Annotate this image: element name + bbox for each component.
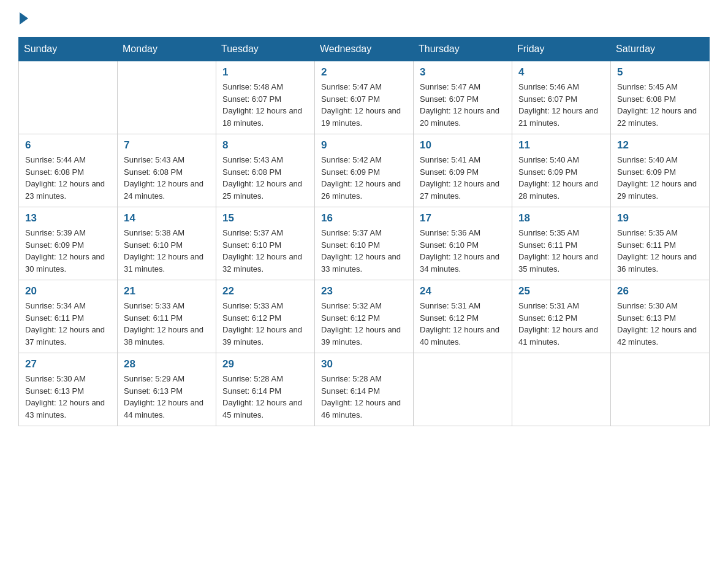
calendar-cell: 2Sunrise: 5:47 AMSunset: 6:07 PMDaylight… [315, 61, 414, 134]
day-info: Sunrise: 5:28 AMSunset: 6:14 PMDaylight:… [321, 373, 407, 421]
calendar-cell: 28Sunrise: 5:29 AMSunset: 6:13 PMDayligh… [118, 353, 216, 426]
weekday-header-tuesday: Tuesday [216, 37, 315, 61]
calendar-week-row: 13Sunrise: 5:39 AMSunset: 6:09 PMDayligh… [19, 207, 710, 280]
calendar-cell: 12Sunrise: 5:40 AMSunset: 6:09 PMDayligh… [611, 134, 710, 207]
calendar-cell: 20Sunrise: 5:34 AMSunset: 6:11 PMDayligh… [19, 280, 118, 353]
calendar-cell: 3Sunrise: 5:47 AMSunset: 6:07 PMDaylight… [414, 61, 512, 134]
logo [18, 12, 28, 25]
day-number: 24 [420, 285, 506, 297]
day-info: Sunrise: 5:44 AMSunset: 6:08 PMDaylight:… [25, 154, 111, 202]
day-info: Sunrise: 5:41 AMSunset: 6:09 PMDaylight:… [420, 154, 506, 202]
day-info: Sunrise: 5:36 AMSunset: 6:10 PMDaylight:… [420, 227, 506, 275]
day-number: 29 [222, 358, 308, 370]
day-number: 2 [321, 66, 407, 79]
day-info: Sunrise: 5:28 AMSunset: 6:14 PMDaylight:… [222, 373, 308, 421]
calendar-cell: 14Sunrise: 5:38 AMSunset: 6:10 PMDayligh… [118, 207, 216, 280]
calendar-week-row: 6Sunrise: 5:44 AMSunset: 6:08 PMDaylight… [19, 134, 710, 207]
day-number: 1 [222, 66, 308, 79]
calendar-cell: 1Sunrise: 5:48 AMSunset: 6:07 PMDaylight… [216, 61, 315, 134]
day-number: 19 [617, 212, 703, 224]
calendar-cell: 23Sunrise: 5:32 AMSunset: 6:12 PMDayligh… [315, 280, 414, 353]
day-number: 14 [124, 212, 210, 224]
day-number: 5 [617, 66, 703, 79]
day-info: Sunrise: 5:38 AMSunset: 6:10 PMDaylight:… [124, 227, 210, 275]
calendar-cell: 16Sunrise: 5:37 AMSunset: 6:10 PMDayligh… [315, 207, 414, 280]
day-info: Sunrise: 5:32 AMSunset: 6:12 PMDaylight:… [321, 300, 407, 348]
day-number: 3 [420, 66, 506, 79]
day-number: 28 [124, 358, 210, 370]
calendar-cell: 4Sunrise: 5:46 AMSunset: 6:07 PMDaylight… [512, 61, 611, 134]
calendar-cell [512, 353, 611, 426]
day-info: Sunrise: 5:34 AMSunset: 6:11 PMDaylight:… [25, 300, 111, 348]
calendar-cell: 17Sunrise: 5:36 AMSunset: 6:10 PMDayligh… [414, 207, 512, 280]
day-number: 23 [321, 285, 407, 297]
day-number: 20 [25, 285, 111, 297]
calendar-cell: 18Sunrise: 5:35 AMSunset: 6:11 PMDayligh… [512, 207, 611, 280]
weekday-header-thursday: Thursday [414, 37, 512, 61]
day-number: 26 [617, 285, 703, 297]
calendar-cell [414, 353, 512, 426]
calendar-cell: 15Sunrise: 5:37 AMSunset: 6:10 PMDayligh… [216, 207, 315, 280]
calendar-cell: 8Sunrise: 5:43 AMSunset: 6:08 PMDaylight… [216, 134, 315, 207]
day-info: Sunrise: 5:45 AMSunset: 6:08 PMDaylight:… [617, 81, 703, 129]
calendar-cell: 9Sunrise: 5:42 AMSunset: 6:09 PMDaylight… [315, 134, 414, 207]
calendar-cell: 24Sunrise: 5:31 AMSunset: 6:12 PMDayligh… [414, 280, 512, 353]
calendar-cell: 29Sunrise: 5:28 AMSunset: 6:14 PMDayligh… [216, 353, 315, 426]
day-number: 21 [124, 285, 210, 297]
day-info: Sunrise: 5:37 AMSunset: 6:10 PMDaylight:… [222, 227, 308, 275]
day-info: Sunrise: 5:39 AMSunset: 6:09 PMDaylight:… [25, 227, 111, 275]
day-info: Sunrise: 5:43 AMSunset: 6:08 PMDaylight:… [124, 154, 210, 202]
day-number: 16 [321, 212, 407, 224]
day-info: Sunrise: 5:33 AMSunset: 6:11 PMDaylight:… [124, 300, 210, 348]
weekday-header-wednesday: Wednesday [315, 37, 414, 61]
day-info: Sunrise: 5:31 AMSunset: 6:12 PMDaylight:… [518, 300, 604, 348]
day-number: 7 [124, 139, 210, 151]
calendar-cell: 26Sunrise: 5:30 AMSunset: 6:13 PMDayligh… [611, 280, 710, 353]
calendar-week-row: 1Sunrise: 5:48 AMSunset: 6:07 PMDaylight… [19, 61, 710, 134]
weekday-header-row: SundayMondayTuesdayWednesdayThursdayFrid… [19, 37, 710, 61]
day-info: Sunrise: 5:40 AMSunset: 6:09 PMDaylight:… [617, 154, 703, 202]
day-number: 22 [222, 285, 308, 297]
day-info: Sunrise: 5:48 AMSunset: 6:07 PMDaylight:… [222, 81, 308, 129]
day-info: Sunrise: 5:37 AMSunset: 6:10 PMDaylight:… [321, 227, 407, 275]
calendar-cell: 10Sunrise: 5:41 AMSunset: 6:09 PMDayligh… [414, 134, 512, 207]
calendar-cell: 11Sunrise: 5:40 AMSunset: 6:09 PMDayligh… [512, 134, 611, 207]
day-info: Sunrise: 5:47 AMSunset: 6:07 PMDaylight:… [321, 81, 407, 129]
calendar-cell: 6Sunrise: 5:44 AMSunset: 6:08 PMDaylight… [19, 134, 118, 207]
weekday-header-saturday: Saturday [611, 37, 710, 61]
weekday-header-monday: Monday [118, 37, 216, 61]
day-info: Sunrise: 5:30 AMSunset: 6:13 PMDaylight:… [617, 300, 703, 348]
calendar-cell [118, 61, 216, 134]
calendar-cell [19, 61, 118, 134]
day-info: Sunrise: 5:46 AMSunset: 6:07 PMDaylight:… [518, 81, 604, 129]
day-info: Sunrise: 5:43 AMSunset: 6:08 PMDaylight:… [222, 154, 308, 202]
day-info: Sunrise: 5:33 AMSunset: 6:12 PMDaylight:… [222, 300, 308, 348]
day-number: 10 [420, 139, 506, 151]
calendar-cell: 25Sunrise: 5:31 AMSunset: 6:12 PMDayligh… [512, 280, 611, 353]
day-info: Sunrise: 5:35 AMSunset: 6:11 PMDaylight:… [617, 227, 703, 275]
calendar-cell: 21Sunrise: 5:33 AMSunset: 6:11 PMDayligh… [118, 280, 216, 353]
day-number: 8 [222, 139, 308, 151]
day-number: 15 [222, 212, 308, 224]
day-info: Sunrise: 5:29 AMSunset: 6:13 PMDaylight:… [124, 373, 210, 421]
day-number: 4 [518, 66, 604, 79]
day-number: 6 [25, 139, 111, 151]
calendar-cell: 7Sunrise: 5:43 AMSunset: 6:08 PMDaylight… [118, 134, 216, 207]
calendar-table: SundayMondayTuesdayWednesdayThursdayFrid… [18, 37, 710, 426]
day-info: Sunrise: 5:40 AMSunset: 6:09 PMDaylight:… [518, 154, 604, 202]
calendar-cell: 19Sunrise: 5:35 AMSunset: 6:11 PMDayligh… [611, 207, 710, 280]
day-number: 9 [321, 139, 407, 151]
calendar-cell: 13Sunrise: 5:39 AMSunset: 6:09 PMDayligh… [19, 207, 118, 280]
day-number: 17 [420, 212, 506, 224]
calendar-cell: 30Sunrise: 5:28 AMSunset: 6:14 PMDayligh… [315, 353, 414, 426]
weekday-header-sunday: Sunday [19, 37, 118, 61]
weekday-header-friday: Friday [512, 37, 611, 61]
day-info: Sunrise: 5:47 AMSunset: 6:07 PMDaylight:… [420, 81, 506, 129]
day-number: 13 [25, 212, 111, 224]
calendar-cell: 5Sunrise: 5:45 AMSunset: 6:08 PMDaylight… [611, 61, 710, 134]
day-info: Sunrise: 5:31 AMSunset: 6:12 PMDaylight:… [420, 300, 506, 348]
day-number: 18 [518, 212, 604, 224]
day-info: Sunrise: 5:42 AMSunset: 6:09 PMDaylight:… [321, 154, 407, 202]
calendar-cell: 22Sunrise: 5:33 AMSunset: 6:12 PMDayligh… [216, 280, 315, 353]
calendar-cell [611, 353, 710, 426]
